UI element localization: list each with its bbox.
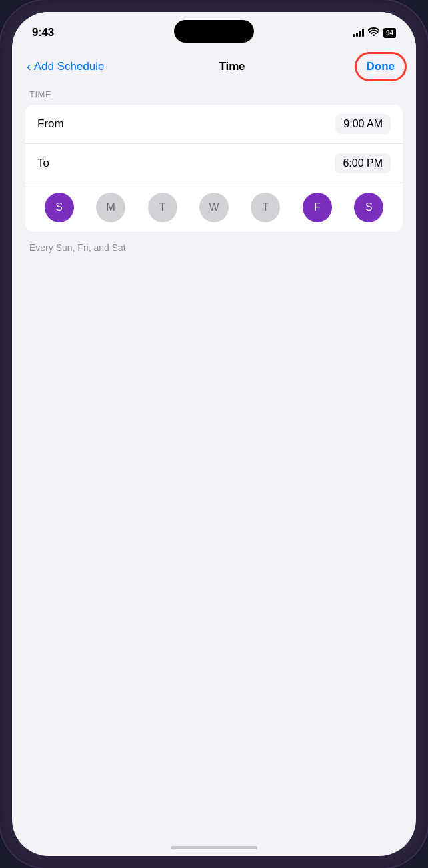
day-saturday[interactable]: S (354, 193, 383, 222)
nav-bar: ‹ Add Schedule Time Done (12, 48, 416, 84)
from-row[interactable]: From 9:00 AM (25, 105, 403, 143)
dynamic-island (174, 20, 254, 43)
page-title: Time (219, 60, 245, 73)
time-card: From 9:00 AM To 6:00 PM S M (25, 105, 403, 232)
status-icons: 94 (353, 27, 396, 38)
day-friday[interactable]: F (303, 193, 332, 222)
done-button[interactable]: Done (360, 56, 402, 77)
done-circle-highlight (355, 52, 407, 81)
home-indicator (171, 846, 257, 849)
schedule-description: Every Sun, Fri, and Sat (25, 238, 403, 253)
day-monday[interactable]: M (96, 193, 125, 222)
section-label: TIME (25, 89, 403, 99)
day-wednesday[interactable]: W (199, 193, 229, 222)
battery-icon: 94 (383, 28, 396, 38)
from-value[interactable]: 9:00 AM (335, 114, 391, 134)
status-time: 9:43 (32, 26, 54, 39)
signal-icon (353, 29, 364, 37)
days-row: S M T W T F (25, 183, 403, 232)
back-chevron-icon: ‹ (27, 59, 31, 74)
wifi-icon (368, 27, 379, 38)
from-label: From (37, 117, 64, 131)
to-row[interactable]: To 6:00 PM (25, 143, 403, 183)
to-label: To (37, 157, 49, 170)
to-value[interactable]: 6:00 PM (335, 153, 391, 173)
day-tuesday[interactable]: T (148, 193, 177, 222)
day-sunday[interactable]: S (45, 193, 74, 222)
phone-frame: 9:43 94 (0, 0, 428, 868)
back-button[interactable]: ‹ Add Schedule (27, 59, 105, 74)
phone-screen: 9:43 94 (12, 12, 416, 856)
day-thursday[interactable]: T (251, 193, 280, 222)
content-area: TIME From 9:00 AM To 6:00 PM S (12, 84, 416, 258)
back-label: Add Schedule (34, 60, 105, 73)
